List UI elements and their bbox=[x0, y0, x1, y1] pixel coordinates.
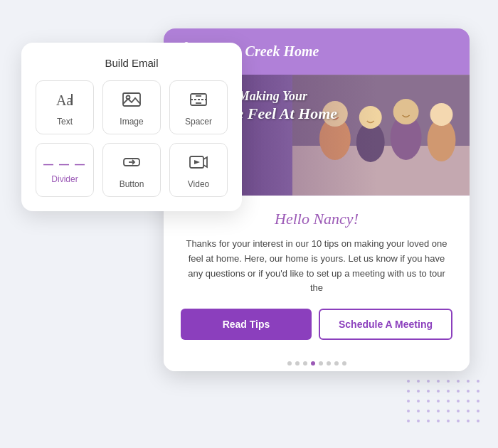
build-email-card: Build Email Aa Text Image bbox=[21, 43, 242, 211]
image-icon bbox=[122, 91, 142, 112]
build-email-title: Build Email bbox=[36, 57, 228, 69]
block-image-label: Image bbox=[120, 117, 143, 127]
block-button-label: Button bbox=[120, 179, 144, 189]
block-item-spacer[interactable]: Spacer bbox=[169, 80, 228, 134]
block-video-label: Video bbox=[188, 179, 209, 189]
decorative-dot-grid: document.currentScript.insertAdjacentHTM… bbox=[407, 380, 484, 427]
spacer-icon bbox=[189, 91, 208, 112]
button-icon bbox=[122, 154, 142, 175]
cta-row: Read Tips Schedule A Meeting bbox=[181, 309, 452, 340]
text-icon: Aa bbox=[55, 91, 75, 112]
svg-point-26 bbox=[393, 99, 418, 124]
block-item-image[interactable]: Image bbox=[102, 80, 161, 134]
dot-1[interactable] bbox=[287, 361, 292, 366]
email-body-text: Thanks for your interest in our 10 tips … bbox=[181, 237, 452, 296]
block-item-text[interactable]: Aa Text bbox=[36, 80, 94, 134]
block-text-label: Text bbox=[57, 117, 73, 127]
svg-text:Aa: Aa bbox=[56, 92, 73, 108]
divider-icon: — — — bbox=[43, 159, 86, 170]
dot-2[interactable] bbox=[295, 361, 300, 366]
pagination-dots bbox=[164, 354, 470, 371]
dot-8[interactable] bbox=[342, 361, 346, 366]
video-icon bbox=[189, 154, 208, 175]
dot-7[interactable] bbox=[334, 361, 339, 366]
svg-rect-2 bbox=[123, 93, 140, 106]
email-body: Hello Nancy! Thanks for your interest in… bbox=[164, 196, 470, 354]
svg-marker-11 bbox=[194, 160, 200, 164]
block-item-divider[interactable]: — — — Divider bbox=[36, 143, 94, 197]
dot-5[interactable] bbox=[319, 361, 323, 366]
email-greeting: Hello Nancy! bbox=[181, 210, 452, 228]
block-divider-label: Divider bbox=[51, 174, 78, 184]
block-item-button[interactable]: Button bbox=[102, 143, 161, 197]
read-tips-button[interactable]: Read Tips bbox=[181, 309, 312, 340]
block-item-video[interactable]: Video bbox=[169, 143, 228, 197]
schedule-meeting-button[interactable]: Schedule A Meeting bbox=[319, 309, 452, 340]
dot-4[interactable] bbox=[311, 361, 315, 366]
svg-point-28 bbox=[430, 103, 452, 126]
dot-3[interactable] bbox=[303, 361, 307, 366]
dot-6[interactable] bbox=[327, 361, 331, 366]
block-spacer-label: Spacer bbox=[185, 117, 212, 127]
block-grid: Aa Text Image bbox=[36, 80, 228, 197]
